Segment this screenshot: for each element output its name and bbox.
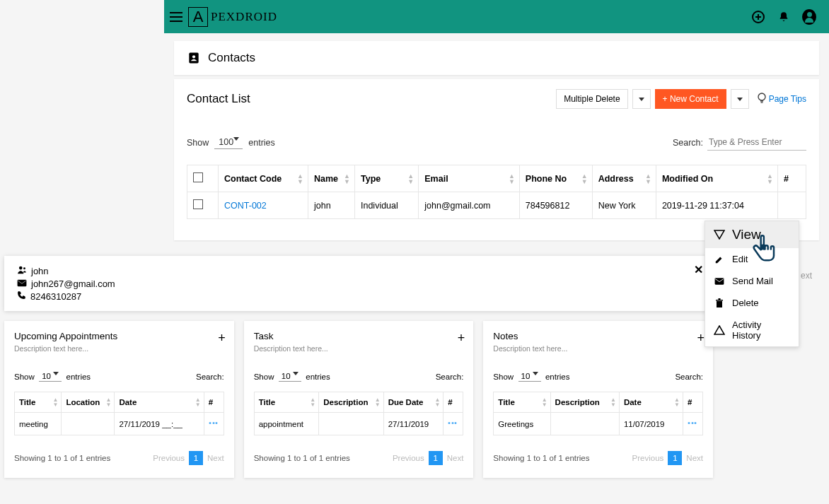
context-view[interactable]: View xyxy=(705,221,799,248)
appointments-table: Title▲▼ Location▲▼ Date▲▼ # meeting 27/1… xyxy=(14,392,224,435)
contact-code-link[interactable]: CONT-002 xyxy=(224,201,267,211)
svg-point-15 xyxy=(23,267,25,269)
svg-point-14 xyxy=(19,266,23,270)
brand-name: PEXDROID xyxy=(211,10,277,24)
triangle-up-icon xyxy=(714,325,725,335)
close-icon[interactable]: ✕ xyxy=(694,263,703,276)
upcoming-appointments-widget: + Upcoming Appointments Description text… xyxy=(4,321,234,478)
new-contact-caret[interactable] xyxy=(731,89,749,109)
chevron-down-icon xyxy=(233,137,239,141)
row-checkbox[interactable] xyxy=(193,199,203,209)
prev-page[interactable]: Previous xyxy=(153,454,185,462)
svg-rect-9 xyxy=(715,278,724,284)
multiple-delete-button[interactable]: Multiple Delete xyxy=(556,89,627,109)
person-icon xyxy=(17,265,27,277)
contacts-icon xyxy=(187,51,201,65)
page-1[interactable]: 1 xyxy=(668,451,682,465)
row-actions-button[interactable]: ⋮ xyxy=(209,418,219,428)
notes-table: Title▲▼ Description▲▼ Date▲▼ # Greetings… xyxy=(493,392,703,435)
svg-rect-12 xyxy=(719,298,721,300)
table-row[interactable]: meeting 27/11/2019 __:__ ⋮ xyxy=(15,413,224,435)
detail-phone: 8246310287 xyxy=(30,291,81,302)
hamburger-menu-button[interactable] xyxy=(164,12,188,22)
page-size-selector[interactable]: 10 xyxy=(279,371,301,382)
row-actions-button[interactable]: ⋮ xyxy=(688,418,698,428)
page-1[interactable]: 1 xyxy=(429,451,443,465)
bulb-icon xyxy=(758,93,766,106)
search-label: Search: xyxy=(673,138,703,148)
next-page[interactable]: Next xyxy=(207,454,224,462)
row-context-menu: View Edit Send Mail Delete Activity Hist… xyxy=(705,221,799,347)
page-size-selector[interactable]: 10 xyxy=(518,371,541,382)
add-task-button[interactable]: + xyxy=(458,331,465,346)
context-edit[interactable]: Edit xyxy=(705,248,799,270)
page-size-selector[interactable]: 100 xyxy=(214,136,243,149)
detail-name: john xyxy=(31,266,49,276)
col-type[interactable]: Type▲▼ xyxy=(354,165,418,192)
pencil-icon xyxy=(714,254,725,264)
mail-icon xyxy=(714,277,725,286)
contacts-table: Contact Code▲▼ Name▲▼ Type▲▼ Email▲▼ Pho… xyxy=(187,165,806,219)
topbar: A PEXDROID xyxy=(164,0,829,33)
phone-icon xyxy=(17,291,26,302)
prev-page[interactable]: Previous xyxy=(632,454,664,462)
prev-page[interactable]: Previous xyxy=(393,454,424,462)
brand-logo-mark: A xyxy=(188,7,208,27)
svg-point-4 xyxy=(192,55,195,58)
new-contact-button[interactable]: + New Contact xyxy=(655,89,726,109)
widget-title: Task xyxy=(254,331,464,341)
context-send-mail[interactable]: Send Mail xyxy=(705,270,799,292)
page-size-selector[interactable]: 10 xyxy=(39,371,62,382)
col-modified[interactable]: Modified On▲▼ xyxy=(656,165,777,192)
widget-title: Upcoming Appointments xyxy=(14,331,224,341)
svg-rect-16 xyxy=(18,280,27,286)
svg-point-5 xyxy=(758,93,765,100)
select-all-checkbox[interactable] xyxy=(193,172,203,182)
trash-icon xyxy=(714,298,725,308)
col-code[interactable]: Contact Code▲▼ xyxy=(219,165,308,192)
cell-phone: 784596812 xyxy=(519,192,592,219)
svg-rect-10 xyxy=(717,301,722,307)
table-row[interactable]: CONT-002 john Individual john@gmail.com … xyxy=(187,192,806,219)
add-icon[interactable] xyxy=(751,10,765,24)
bell-icon[interactable] xyxy=(777,10,791,24)
entries-label: entries xyxy=(248,138,275,148)
chevron-down-icon xyxy=(639,98,644,101)
search-input[interactable] xyxy=(707,134,806,151)
page-tips-link[interactable]: Page Tips xyxy=(758,93,806,106)
context-activity-history[interactable]: Activity History xyxy=(705,314,799,346)
col-email[interactable]: Email▲▼ xyxy=(419,165,520,192)
triangle-down-icon xyxy=(714,230,725,240)
detail-email: john267@gmail.com xyxy=(31,279,115,289)
contact-detail-panel: ✕ john john267@gmail.com 8246310287 xyxy=(4,256,713,311)
cell-address: New York xyxy=(592,192,656,219)
svg-marker-13 xyxy=(714,326,724,334)
col-name[interactable]: Name▲▼ xyxy=(308,165,355,192)
col-address[interactable]: Address▲▼ xyxy=(592,165,656,192)
multiple-delete-caret[interactable] xyxy=(632,89,651,109)
cell-type: Individual xyxy=(354,192,418,219)
next-page[interactable]: Next xyxy=(686,454,703,462)
add-note-button[interactable]: + xyxy=(697,331,705,346)
svg-rect-11 xyxy=(716,300,723,301)
task-table: Title▲▼ Description▲▼ Due Date▲▼ # appoi… xyxy=(254,392,464,435)
show-label: Show xyxy=(187,138,209,148)
cell-modified: 2019-11-29 11:37:04 xyxy=(656,192,777,219)
list-title: Contact List xyxy=(187,92,250,106)
page-title: Contacts xyxy=(208,51,255,65)
table-row[interactable]: Greetings 11/07/2019 ⋮ xyxy=(494,413,703,435)
col-actions: # xyxy=(778,165,806,192)
user-avatar-icon[interactable] xyxy=(802,10,816,24)
page-1[interactable]: 1 xyxy=(189,451,203,465)
chevron-down-icon xyxy=(737,98,743,101)
mail-icon xyxy=(17,279,27,289)
task-widget: + Task Description text here... Show 10 … xyxy=(244,321,474,478)
add-appointment-button[interactable]: + xyxy=(218,331,226,346)
next-page[interactable]: Next xyxy=(447,454,464,462)
cell-email: john@gmail.com xyxy=(419,192,520,219)
context-delete[interactable]: Delete xyxy=(705,292,799,314)
col-phone[interactable]: Phone No▲▼ xyxy=(519,165,592,192)
table-row[interactable]: appointment 27/11/2019 ⋮ xyxy=(254,413,463,435)
row-actions-button[interactable]: ⋮ xyxy=(448,418,458,428)
pagination-next-ghost: ext xyxy=(801,271,812,281)
